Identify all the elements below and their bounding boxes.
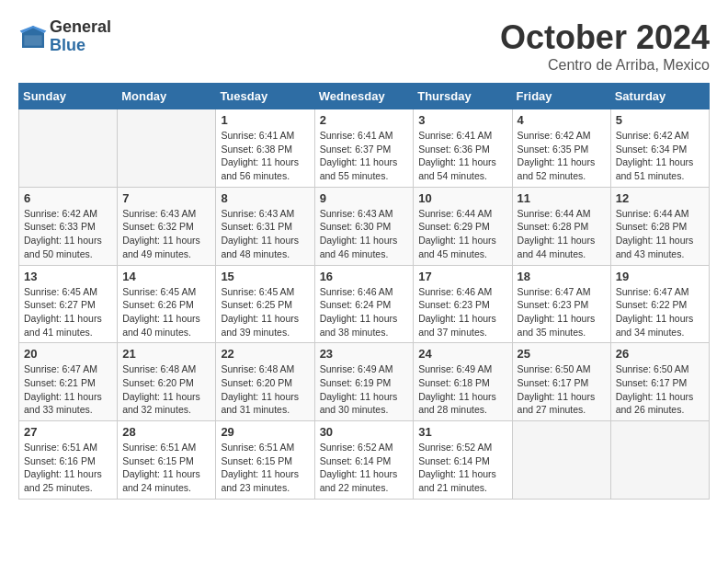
day-number: 22: [221, 347, 309, 361]
day-info: Sunrise: 6:52 AMSunset: 6:14 PMDaylight:…: [320, 441, 409, 495]
weekday-header: Monday: [118, 84, 216, 109]
day-info: Sunrise: 6:42 AMSunset: 6:33 PMDaylight:…: [24, 207, 112, 261]
calendar-cell: 11Sunrise: 6:44 AMSunset: 6:28 PMDayligh…: [512, 187, 610, 265]
page-header: General Blue October 2024 Centro de Arri…: [18, 18, 710, 74]
day-number: 24: [418, 347, 506, 361]
day-info: Sunrise: 6:51 AMSunset: 6:15 PMDaylight:…: [122, 441, 210, 495]
day-number: 2: [320, 113, 409, 127]
day-number: 20: [24, 347, 112, 361]
calendar-week-row: 27Sunrise: 6:51 AMSunset: 6:16 PMDayligh…: [19, 421, 710, 500]
day-number: 17: [418, 270, 506, 283]
logo-icon: [18, 22, 48, 52]
day-info: Sunrise: 6:43 AMSunset: 6:32 PMDaylight:…: [122, 207, 210, 261]
calendar-cell: 22Sunrise: 6:48 AMSunset: 6:20 PMDayligh…: [216, 343, 314, 421]
logo: General Blue: [18, 18, 111, 55]
day-number: 26: [616, 347, 704, 361]
day-number: 25: [518, 347, 606, 361]
weekday-header: Thursday: [414, 84, 512, 109]
calendar-cell: 24Sunrise: 6:49 AMSunset: 6:18 PMDayligh…: [414, 343, 512, 421]
day-info: Sunrise: 6:49 AMSunset: 6:18 PMDaylight:…: [418, 362, 506, 417]
day-number: 12: [616, 191, 704, 205]
day-number: 7: [122, 191, 210, 205]
day-info: Sunrise: 6:48 AMSunset: 6:20 PMDaylight:…: [122, 362, 210, 417]
weekday-header: Wednesday: [314, 84, 414, 109]
day-number: 18: [518, 270, 606, 283]
calendar-cell: [19, 109, 118, 188]
calendar-cell: 29Sunrise: 6:51 AMSunset: 6:15 PMDayligh…: [216, 421, 314, 500]
day-number: 19: [616, 270, 704, 283]
calendar-week-row: 6Sunrise: 6:42 AMSunset: 6:33 PMDaylight…: [19, 187, 710, 265]
calendar-cell: 15Sunrise: 6:45 AMSunset: 6:25 PMDayligh…: [216, 265, 314, 343]
day-info: Sunrise: 6:41 AMSunset: 6:36 PMDaylight:…: [418, 129, 506, 183]
day-info: Sunrise: 6:49 AMSunset: 6:19 PMDaylight:…: [320, 362, 409, 417]
calendar-cell: 30Sunrise: 6:52 AMSunset: 6:14 PMDayligh…: [314, 421, 414, 500]
day-number: 6: [24, 191, 112, 205]
calendar-cell: 8Sunrise: 6:43 AMSunset: 6:31 PMDaylight…: [216, 187, 314, 265]
logo-text: General Blue: [50, 18, 111, 55]
calendar-cell: 26Sunrise: 6:50 AMSunset: 6:17 PMDayligh…: [610, 343, 709, 421]
day-number: 30: [320, 425, 409, 439]
calendar-cell: 9Sunrise: 6:43 AMSunset: 6:30 PMDaylight…: [314, 187, 414, 265]
calendar-cell: 18Sunrise: 6:47 AMSunset: 6:23 PMDayligh…: [512, 265, 610, 343]
calendar-cell: 4Sunrise: 6:42 AMSunset: 6:35 PMDaylight…: [512, 109, 610, 188]
calendar-cell: 17Sunrise: 6:46 AMSunset: 6:23 PMDayligh…: [414, 265, 512, 343]
title-area: October 2024 Centro de Arriba, Mexico: [500, 18, 710, 74]
calendar-cell: 16Sunrise: 6:46 AMSunset: 6:24 PMDayligh…: [314, 265, 414, 343]
day-info: Sunrise: 6:45 AMSunset: 6:27 PMDaylight:…: [24, 285, 112, 339]
calendar-cell: 2Sunrise: 6:41 AMSunset: 6:37 PMDaylight…: [314, 109, 414, 188]
day-number: 8: [221, 191, 309, 205]
calendar-cell: [118, 109, 216, 188]
day-info: Sunrise: 6:44 AMSunset: 6:28 PMDaylight:…: [616, 207, 704, 261]
day-info: Sunrise: 6:50 AMSunset: 6:17 PMDaylight:…: [616, 362, 704, 417]
logo-blue: Blue: [50, 37, 111, 55]
calendar-cell: 25Sunrise: 6:50 AMSunset: 6:17 PMDayligh…: [512, 343, 610, 421]
calendar-cell: [610, 421, 709, 500]
day-info: Sunrise: 6:43 AMSunset: 6:30 PMDaylight:…: [320, 207, 409, 261]
day-number: 16: [320, 270, 409, 283]
calendar-cell: [512, 421, 610, 500]
day-info: Sunrise: 6:44 AMSunset: 6:29 PMDaylight:…: [418, 207, 506, 261]
weekday-header: Saturday: [610, 84, 709, 109]
day-number: 13: [24, 270, 112, 283]
calendar-cell: 28Sunrise: 6:51 AMSunset: 6:15 PMDayligh…: [118, 421, 216, 500]
day-number: 11: [518, 191, 606, 205]
day-info: Sunrise: 6:41 AMSunset: 6:38 PMDaylight:…: [221, 129, 309, 183]
day-number: 14: [122, 270, 210, 283]
calendar-cell: 1Sunrise: 6:41 AMSunset: 6:38 PMDaylight…: [216, 109, 314, 188]
day-info: Sunrise: 6:42 AMSunset: 6:35 PMDaylight:…: [518, 129, 606, 183]
day-number: 27: [24, 425, 112, 439]
calendar-cell: 23Sunrise: 6:49 AMSunset: 6:19 PMDayligh…: [314, 343, 414, 421]
day-info: Sunrise: 6:47 AMSunset: 6:22 PMDaylight:…: [616, 285, 704, 339]
calendar-cell: 3Sunrise: 6:41 AMSunset: 6:36 PMDaylight…: [414, 109, 512, 188]
day-info: Sunrise: 6:46 AMSunset: 6:23 PMDaylight:…: [418, 285, 506, 339]
calendar-week-row: 1Sunrise: 6:41 AMSunset: 6:38 PMDaylight…: [19, 109, 710, 188]
day-number: 9: [320, 191, 409, 205]
calendar-cell: 14Sunrise: 6:45 AMSunset: 6:26 PMDayligh…: [118, 265, 216, 343]
day-info: Sunrise: 6:51 AMSunset: 6:15 PMDaylight:…: [221, 441, 309, 495]
calendar-header-row: SundayMondayTuesdayWednesdayThursdayFrid…: [19, 84, 710, 109]
day-info: Sunrise: 6:51 AMSunset: 6:16 PMDaylight:…: [24, 441, 112, 495]
day-info: Sunrise: 6:52 AMSunset: 6:14 PMDaylight:…: [418, 441, 506, 495]
day-number: 10: [418, 191, 506, 205]
day-info: Sunrise: 6:45 AMSunset: 6:25 PMDaylight:…: [221, 285, 309, 339]
weekday-header: Friday: [512, 84, 610, 109]
calendar-cell: 13Sunrise: 6:45 AMSunset: 6:27 PMDayligh…: [19, 265, 118, 343]
day-info: Sunrise: 6:42 AMSunset: 6:34 PMDaylight:…: [616, 129, 704, 183]
calendar-cell: 27Sunrise: 6:51 AMSunset: 6:16 PMDayligh…: [19, 421, 118, 500]
day-number: 29: [221, 425, 309, 439]
calendar-cell: 7Sunrise: 6:43 AMSunset: 6:32 PMDaylight…: [118, 187, 216, 265]
calendar-cell: 19Sunrise: 6:47 AMSunset: 6:22 PMDayligh…: [610, 265, 709, 343]
calendar-cell: 12Sunrise: 6:44 AMSunset: 6:28 PMDayligh…: [610, 187, 709, 265]
day-info: Sunrise: 6:45 AMSunset: 6:26 PMDaylight:…: [122, 285, 210, 339]
day-number: 1: [221, 113, 309, 127]
calendar-cell: 5Sunrise: 6:42 AMSunset: 6:34 PMDaylight…: [610, 109, 709, 188]
day-info: Sunrise: 6:48 AMSunset: 6:20 PMDaylight:…: [221, 362, 309, 417]
calendar-cell: 20Sunrise: 6:47 AMSunset: 6:21 PMDayligh…: [19, 343, 118, 421]
calendar-cell: 21Sunrise: 6:48 AMSunset: 6:20 PMDayligh…: [118, 343, 216, 421]
day-number: 5: [616, 113, 704, 127]
day-number: 15: [221, 270, 309, 283]
calendar-cell: 10Sunrise: 6:44 AMSunset: 6:29 PMDayligh…: [414, 187, 512, 265]
day-number: 23: [320, 347, 409, 361]
day-info: Sunrise: 6:47 AMSunset: 6:23 PMDaylight:…: [518, 285, 606, 339]
day-number: 4: [518, 113, 606, 127]
